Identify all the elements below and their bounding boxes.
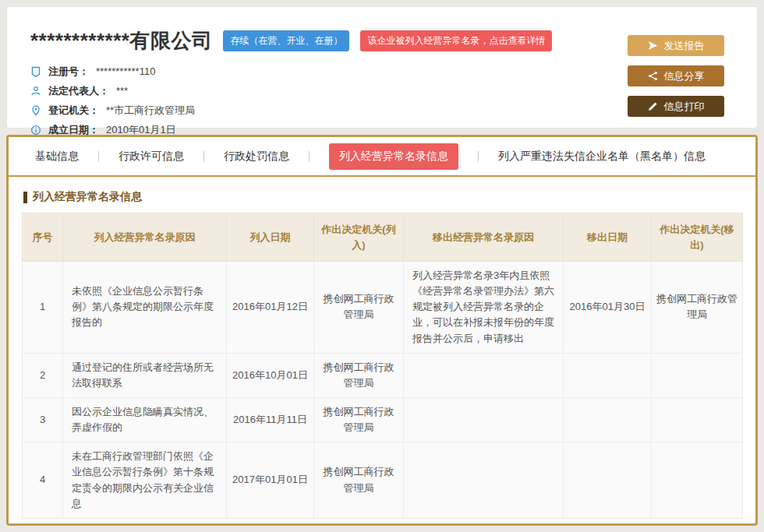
print-info-button[interactable]: 信息打印 (628, 96, 724, 117)
legal-person-value: *** (116, 85, 128, 97)
main-panel: 基础信息 行政许可信息 行政处罚信息 列入经营异常名录信息 列入严重违法失信企业… (6, 135, 758, 526)
table-header: 序号 列入经营异常名录原因 列入日期 作出决定机关(列入) 移出经营异常名录原因… (23, 213, 743, 262)
col-header-removal-authority: 作出决定机关(移出) (652, 213, 743, 262)
cell-removal-reason: 列入经营异常名录3年内且依照《经营异常名录管理办法》第六规定被列入经营异常名录的… (404, 262, 564, 354)
location-icon (30, 105, 41, 116)
cell-seq: 2 (23, 353, 63, 397)
section-title-text: 列入经营异常名录信息 (33, 190, 142, 204)
table-row: 3 因公示企业信息隐瞒真实情况、弄虚作假的 2016年11月11日 携创网工商行… (23, 397, 743, 442)
tab-divider (98, 151, 99, 162)
registration-authority-label: 登记机关： (48, 104, 99, 118)
tab-bar: 基础信息 行政许可信息 行政处罚信息 列入经营异常名录信息 列入严重违法失信企业… (9, 137, 755, 177)
cell-inclusion-reason: 通过登记的住所或者经营场所无法取得联系 (63, 353, 227, 397)
tab-abnormal-operation-list[interactable]: 列入经营异常名录信息 (329, 143, 458, 170)
company-name: ************有限公司 (30, 27, 212, 55)
section-marker (23, 192, 27, 203)
legal-person-icon (30, 86, 41, 97)
info-icon (30, 125, 41, 136)
panel-body: 列入经营异常名录信息 序号 列入经营异常名录原因 列入日期 作出决定机关(列入)… (9, 177, 755, 526)
cell-seq: 3 (23, 397, 63, 442)
cell-removal-reason (404, 353, 564, 397)
tab-divider (478, 151, 479, 162)
registration-authority-value: **市工商行政管理局 (106, 104, 195, 118)
tab-basic-info[interactable]: 基础信息 (35, 150, 79, 164)
cell-inclusion-reason: 未在工商行政管理部门依照《企业信息公示暂行条例》第十条规定责令的期限内公示有关企… (63, 442, 227, 519)
cell-removal-authority (652, 442, 743, 519)
registration-number-label: 注册号： (48, 65, 89, 79)
registration-number-value: ***********110 (96, 65, 155, 77)
establishment-date-value: 2010年01月1日 (106, 123, 176, 137)
col-header-inclusion-reason: 列入经营异常名录原因 (63, 213, 227, 262)
print-info-label: 信息打印 (664, 100, 705, 114)
legal-person-label: 法定代表人： (48, 84, 109, 98)
cell-removal-authority (652, 397, 743, 442)
tab-divider (203, 151, 204, 162)
print-icon (648, 101, 658, 111)
company-header-card: ************有限公司 存续（在营、开业、在册） 该企业被列入经营异常… (6, 6, 758, 129)
cell-inclusion-authority: 携创网工商行政管理局 (314, 262, 404, 354)
tab-serious-violation-blacklist[interactable]: 列入严重违法失信企业名单（黑名单）信息 (498, 150, 706, 164)
establishment-date-label: 成立日期： (48, 123, 99, 137)
cell-inclusion-date: 2017年01月01日 (227, 442, 314, 519)
cell-inclusion-authority: 携创网工商行政管理局 (314, 353, 404, 397)
cell-removal-date (564, 397, 652, 442)
col-header-inclusion-authority: 作出决定机关(列入) (314, 213, 404, 262)
col-header-removal-reason: 移出经营异常名录原因 (404, 213, 564, 262)
cell-seq: 4 (23, 442, 63, 519)
cell-inclusion-date: 2016年11月11日 (227, 397, 314, 442)
cell-removal-authority: 携创网工商行政管理局 (652, 262, 743, 354)
cell-seq: 1 (23, 262, 63, 354)
cell-removal-authority (652, 353, 743, 397)
col-header-inclusion-date: 列入日期 (227, 213, 314, 262)
cell-inclusion-reason: 因公示企业信息隐瞒真实情况、弄虚作假的 (63, 397, 227, 442)
header-actions: 发送报告 信息分享 信息打印 (628, 35, 724, 117)
table-body: 1 未依照《企业信息公示暂行条例》第八条规定的期限公示年度报告的 2016年01… (23, 262, 743, 519)
registration-icon (30, 66, 41, 77)
share-icon (648, 71, 658, 81)
send-report-button[interactable]: 发送报告 (628, 35, 724, 56)
tab-administrative-penalty[interactable]: 行政处罚信息 (224, 150, 289, 164)
abnormal-list-table: 序号 列入经营异常名录原因 列入日期 作出决定机关(列入) 移出经营异常名录原因… (22, 213, 743, 519)
cell-inclusion-reason: 未依照《企业信息公示暂行条例》第八条规定的期限公示年度报告的 (63, 262, 227, 354)
section-title: 列入经营异常名录信息 (23, 190, 742, 204)
establishment-date-row: 成立日期： 2010年01月1日 (30, 120, 757, 139)
tab-administrative-license[interactable]: 行政许可信息 (118, 150, 184, 164)
table-header-row: 序号 列入经营异常名录原因 列入日期 作出决定机关(列入) 移出经营异常名录原因… (23, 213, 743, 262)
cell-removal-reason (404, 397, 564, 442)
status-badge: 存续（在营、开业、在册） (223, 30, 349, 51)
send-icon (648, 41, 658, 51)
cell-removal-date (564, 442, 652, 519)
col-header-seq: 序号 (23, 213, 63, 262)
table-row: 1 未依照《企业信息公示暂行条例》第八条规定的期限公示年度报告的 2016年01… (23, 262, 743, 354)
cell-inclusion-date: 2016年10月01日 (227, 353, 314, 397)
abnormal-warning-badge[interactable]: 该企业被列入经营异常名录，点击查看详情 (360, 30, 552, 51)
cell-inclusion-authority: 携创网工商行政管理局 (314, 397, 404, 442)
cell-inclusion-authority: 携创网工商行政管理局 (314, 442, 404, 519)
cell-removal-reason (404, 442, 564, 519)
cell-removal-date: 2016年01月30日 (564, 262, 652, 354)
table-row: 4 未在工商行政管理部门依照《企业信息公示暂行条例》第十条规定责令的期限内公示有… (23, 442, 743, 519)
col-header-removal-date: 移出日期 (564, 213, 652, 262)
share-info-button[interactable]: 信息分享 (628, 65, 724, 86)
tab-divider (309, 151, 309, 162)
send-report-label: 发送报告 (664, 39, 705, 53)
cell-inclusion-date: 2016年01月12日 (227, 262, 314, 354)
table-row: 2 通过登记的住所或者经营场所无法取得联系 2016年10月01日 携创网工商行… (23, 353, 743, 397)
cell-removal-date (564, 353, 652, 397)
share-info-label: 信息分享 (664, 69, 705, 83)
